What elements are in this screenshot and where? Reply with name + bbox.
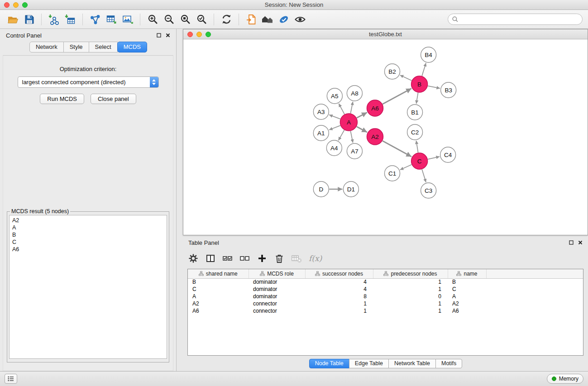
run-mcds-button[interactable]: Run MCDS (40, 94, 84, 104)
zoom-fit-button[interactable] (177, 12, 193, 27)
column-header-name[interactable]: name (448, 269, 486, 278)
table-cell[interactable]: 1 (305, 300, 373, 307)
task-history-button[interactable] (5, 374, 17, 384)
tab-mcds[interactable]: MCDS (117, 42, 147, 52)
graph-node-B3[interactable]: B3 (441, 82, 456, 98)
close-panel-button[interactable] (166, 33, 170, 38)
table-row[interactable]: Cdominator41C (188, 286, 583, 293)
search-field[interactable] (448, 14, 583, 25)
graph-node-B1[interactable]: B1 (407, 105, 423, 120)
table-cell[interactable]: A6 (448, 307, 486, 315)
search-input[interactable] (461, 16, 578, 23)
graph-edge-A-A5[interactable] (339, 104, 344, 114)
graph-node-B2[interactable]: B2 (384, 64, 400, 79)
column-header-predecessor-nodes[interactable]: predecessor nodes (373, 269, 448, 278)
tab-node-table[interactable]: Node Table (309, 359, 349, 368)
table-row[interactable]: A6connector11A6 (188, 307, 583, 315)
graph-edge-B-B3[interactable] (428, 86, 440, 88)
table-cell[interactable]: A6 (188, 307, 249, 315)
add-column-button[interactable] (255, 252, 269, 265)
table-cell[interactable]: connector (249, 307, 305, 315)
table-cell[interactable]: B (448, 278, 486, 286)
network-canvas[interactable]: B4B2BB3A5A8A6B1A3AC2A1A2A4A7CC4C1C3DD1 (183, 39, 588, 235)
save-session-button[interactable] (21, 12, 37, 27)
mcds-result-list[interactable]: A2ABCA6 (9, 215, 167, 359)
table-cell[interactable]: A2 (448, 300, 486, 307)
export-image-button[interactable] (120, 12, 136, 27)
tab-network-table[interactable]: Network Table (388, 359, 436, 368)
new-network-button[interactable] (87, 12, 103, 27)
table-cell[interactable]: connector (249, 300, 305, 307)
import-table-button[interactable] (62, 12, 78, 27)
graph-edge-B-B2[interactable] (400, 75, 412, 81)
graph-node-A5[interactable]: A5 (327, 88, 342, 104)
open-session-button[interactable] (5, 12, 21, 27)
float-panel-button[interactable] (157, 33, 161, 38)
zoom-network-window-button[interactable] (206, 32, 211, 37)
tab-style[interactable]: Style (63, 42, 89, 52)
graph-node-D1[interactable]: D1 (343, 181, 359, 197)
graph-node-C2[interactable]: C2 (407, 124, 423, 140)
import-network-button[interactable] (46, 12, 62, 27)
column-header-shared-name[interactable]: shared name (188, 269, 249, 278)
graph-node-C3[interactable]: C3 (421, 183, 436, 198)
show-hide-button[interactable] (292, 12, 308, 27)
minimize-window-button[interactable] (13, 2, 19, 8)
graph-edge-A-A8[interactable] (350, 102, 353, 114)
close-panel-action-button[interactable]: Close panel (91, 94, 136, 104)
table-cell[interactable]: C (188, 286, 249, 293)
graph-edge-A-A1[interactable] (329, 125, 340, 130)
graph-edge-C-C2[interactable] (416, 141, 418, 152)
graph-node-B4[interactable]: B4 (421, 47, 436, 62)
memory-button[interactable]: Memory (547, 374, 583, 384)
graph-node-C4[interactable]: C4 (440, 147, 456, 162)
graph-edge-B-B1[interactable] (416, 93, 418, 104)
close-window-button[interactable] (4, 2, 10, 8)
report-button[interactable] (243, 12, 259, 27)
graph-edge-A-A4[interactable] (339, 130, 344, 140)
graph-edge-A2-C[interactable] (382, 141, 411, 157)
zoom-in-button[interactable] (144, 12, 161, 27)
deselect-all-button[interactable] (238, 252, 252, 265)
tab-select[interactable]: Select (89, 42, 118, 52)
graph-node-C1[interactable]: C1 (384, 166, 400, 181)
zoom-selected-button[interactable] (193, 12, 210, 27)
table-cell[interactable]: 4 (305, 278, 373, 286)
home-button[interactable] (259, 12, 276, 27)
graph-edge-A-A6[interactable] (357, 112, 367, 118)
delete-table-button[interactable] (290, 252, 303, 265)
table-cell[interactable]: C (448, 286, 486, 293)
zoom-out-button[interactable] (161, 12, 177, 27)
graph-node-A3[interactable]: A3 (313, 104, 329, 119)
table-row[interactable]: Bdominator41B (188, 278, 583, 286)
table-cell[interactable]: 1 (373, 278, 448, 286)
graph-node-A1[interactable]: A1 (313, 125, 329, 141)
graph-edge-A-A3[interactable] (329, 115, 340, 119)
table-row[interactable]: Adominator80A (188, 293, 583, 300)
select-all-button[interactable] (221, 252, 234, 265)
column-header-successor-nodes[interactable]: successor nodes (305, 269, 373, 278)
delete-column-button[interactable] (272, 252, 286, 265)
table-row[interactable]: A2connector11A2 (188, 300, 583, 307)
graph-node-D[interactable]: D (313, 181, 329, 197)
table-settings-button[interactable] (186, 252, 200, 265)
table-cell[interactable]: 1 (373, 307, 448, 315)
function-builder-button[interactable]: f(x) (307, 254, 322, 263)
graph-edge-C-C3[interactable] (422, 169, 426, 182)
tab-edge-table[interactable]: Edge Table (349, 359, 389, 368)
graph-node-A6[interactable]: A6 (367, 100, 383, 116)
table-cell[interactable]: 0 (373, 293, 448, 300)
table-cell[interactable]: A (188, 293, 249, 300)
graph-node-A4[interactable]: A4 (326, 140, 342, 156)
graph-edge-A-A7[interactable] (350, 131, 353, 143)
graph-edge-A-A2[interactable] (357, 127, 367, 133)
graph-edge-C-C1[interactable] (400, 165, 411, 170)
tab-motifs[interactable]: Motifs (435, 359, 462, 368)
table-cell[interactable]: dominator (249, 293, 305, 300)
column-header-mcds-role[interactable]: MCDS role (249, 269, 305, 278)
graph-edge-A6-B[interactable] (382, 89, 411, 105)
graph-edge-B-B4[interactable] (422, 63, 426, 76)
table-cell[interactable]: 1 (305, 307, 373, 315)
table-cell[interactable]: dominator (249, 286, 305, 293)
graph-node-B[interactable]: B (411, 76, 428, 92)
